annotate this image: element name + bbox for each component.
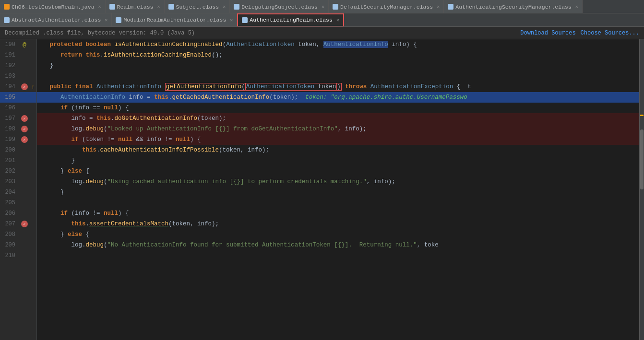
code-line-191: return this.isAuthenticationCachingEnabl… [37,50,644,60]
class-icon [168,4,174,10]
gutter-205 [19,198,30,208]
line-num-201: 201 [0,155,19,166]
line-192: 192 [0,60,36,71]
gutter-206 [19,208,30,219]
code-scroll[interactable]: protected boolean isAuthenticationCachin… [37,39,644,340]
line-text-194: public final AuthenticationInfo getAuthe… [37,82,471,92]
breakpoint-197[interactable]: ✓ [21,115,28,122]
tab-close[interactable]: ✕ [157,4,160,10]
line-text-201: } [37,155,75,166]
line-num-195: 195 [0,92,19,103]
scrollbar-thumb[interactable] [640,129,644,189]
tab-label: Subject.class [176,4,219,10]
gutter-196 [19,103,30,113]
tab-delegating[interactable]: DelegatingSubject.class ✕ [230,0,329,13]
line-num-200: 200 [0,145,19,155]
line-text-202: } else { [37,166,89,176]
gutter-bp-197: ✓ [19,113,30,124]
class-icon [4,17,10,23]
line-205: 205 [0,198,36,208]
tab-close[interactable]: ✕ [336,17,339,23]
gutter-210 [19,250,30,261]
line-text-198: log.debug("Looked up AuthenticationInfo … [37,124,367,134]
download-sources-link[interactable]: Download Sources [520,30,575,36]
breakpoint-199[interactable]: ✓ [21,136,28,143]
line-201: 201 [0,155,36,166]
code-line-206: if (info != null) { [37,208,644,219]
tab-realm[interactable]: Realm.class ✕ [106,0,165,13]
line-208: 208 [0,229,36,240]
line-203: 203 [0,176,36,187]
tab-close[interactable]: ✕ [575,4,578,10]
line-194: 194 ✓ ↑ [0,82,36,92]
class-icon [234,4,239,10]
line-num-204: 204 [0,187,19,198]
line-text-207: this.assertCredentialsMatch(token, info)… [37,219,219,229]
gutter-bp-194: ✓ [19,82,30,92]
tab-close[interactable]: ✕ [437,4,440,10]
tab-auth-sm[interactable]: AuthenticatingSecurityManager.class ✕ [444,0,583,13]
line-text-206: if (info != null) { [37,208,129,219]
line-num-197: 197 [0,113,19,124]
code-line-197: info = this.doGetAuthenticationInfo(toke… [37,113,644,124]
tab-close[interactable]: ✕ [223,4,226,10]
line-num-202: 202 [0,166,19,176]
code-line-209: log.debug("No AuthenticationInfo found f… [37,240,644,250]
tab-close[interactable]: ✕ [230,17,233,23]
code-line-192: } [37,60,644,71]
gutter-209 [19,240,30,250]
tab-abstract-auth[interactable]: AbstractAuthenticator.class ✕ [0,13,112,27]
line-num-194: 194 [0,82,19,92]
line-num-191: 191 [0,50,19,60]
line-text-193 [37,71,43,82]
gutter-192 [19,60,30,71]
decompiled-notice: Decompiled .class file, bytecode version… [5,30,195,36]
tab-subject[interactable]: Subject.class ✕ [165,0,230,13]
line-198: 198 ✓ [0,124,36,134]
breakpoint-207[interactable]: ✓ [21,221,28,227]
line-text-190: protected boolean isAuthenticationCachin… [37,39,417,50]
line-num-208: 208 [0,229,19,240]
line-text-195: AuthenticationInfo info = this.getCached… [37,92,467,103]
code-line-190: protected boolean isAuthenticationCachin… [37,39,644,50]
line-text-197: info = this.doGetAuthenticationInfo(toke… [37,113,226,124]
code-area: 190 @ 191 192 193 [0,39,644,340]
line-204: 204 [0,187,36,198]
tab-close[interactable]: ✕ [322,4,324,10]
scrollbar-v[interactable] [639,39,644,340]
tab-close[interactable]: ✕ [98,4,101,10]
class-icon [333,4,338,10]
code-line-205 [37,198,644,208]
gutter-ann-190: @ [19,39,30,50]
gutter-202 [19,166,30,176]
breakpoint-194[interactable]: ✓ [21,83,28,90]
gutter-203 [19,176,30,187]
tab-default-sm[interactable]: DefaultSecurityManager.class ✕ [329,0,444,13]
line-num-206: 206 [0,208,19,219]
line-190: 190 @ [0,39,36,50]
code-line-195: AuthenticationInfo info = this.getCached… [37,92,644,103]
tab-bar-second: AbstractAuthenticator.class ✕ ModularRea… [0,13,644,27]
line-200: 200 [0,145,36,155]
class-icon [116,17,121,23]
code-line-199: if (token != null && info != null) { [37,134,644,145]
code-line-202: } else { [37,166,644,176]
line-text-196: if (info == null) { [37,103,129,113]
scroll-indicator-current [640,115,644,116]
tab-modular-realm[interactable]: ModularRealmAuthenticator.class ✕ [112,13,237,27]
line-195: 195 [0,92,36,103]
code-line-194: public final AuthenticationInfo getAuthe… [37,82,644,92]
tab-ch06[interactable]: Ch06_testCustomRealm.java ✕ [0,0,106,13]
choose-sources-link[interactable]: Choose Sources... [581,30,639,36]
gutter-bp-207: ✓ [19,219,30,229]
line-text-192: } [37,60,53,71]
tab-auth-realm[interactable]: AuthenticatingRealm.class ✕ [237,13,344,27]
tab-close[interactable]: ✕ [105,17,107,23]
line-191: 191 [0,50,36,60]
breakpoint-198[interactable]: ✓ [21,126,28,132]
code-line-201: } [37,155,644,166]
line-206: 206 [0,208,36,219]
gutter-208 [19,229,30,240]
notice-links: Download Sources Choose Sources... [520,30,639,36]
tab-label: DefaultSecurityManager.class [340,4,433,10]
